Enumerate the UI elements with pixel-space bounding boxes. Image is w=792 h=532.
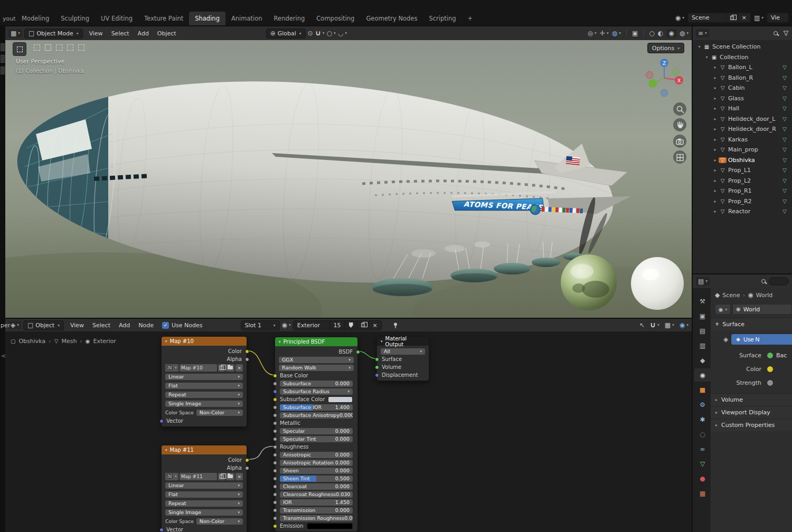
socket-value[interactable] (273, 445, 277, 449)
unlink-image-icon[interactable]: × (235, 364, 243, 372)
transform-orientation-dropdown[interactable]: ⊕Global▾ (266, 28, 306, 39)
socket-value[interactable] (245, 357, 249, 362)
slider-ior[interactable]: IOR1.450 (280, 499, 353, 506)
projection-dropdown[interactable]: Flat (162, 490, 247, 499)
dropdown-subsurface-method-dropdown[interactable]: Random Walk (279, 365, 354, 371)
snap-icon[interactable]: ▾ (650, 322, 659, 328)
mesh-data-icon[interactable]: ▽ (780, 178, 789, 184)
slider-anisotropic-rotation[interactable]: Anisotropic Rotation0.000 (280, 460, 353, 466)
select-mode-icon[interactable] (34, 44, 40, 51)
material-slot-dropdown[interactable]: Slot 1▾ (241, 320, 280, 330)
snap-target-icon[interactable]: ⊙ (308, 30, 313, 36)
outliner-item-ballon-r[interactable]: ▸▽Ballon_R▽ (693, 73, 792, 83)
socket-color[interactable] (273, 524, 277, 528)
unlink-material-icon[interactable]: × (369, 321, 381, 330)
dropdown-extension-dropdown[interactable]: Repeat (165, 500, 243, 507)
disclosure-triangle-icon[interactable]: ▸ (712, 209, 719, 214)
mesh-data-icon[interactable]: ▽ (780, 198, 789, 204)
socket-value[interactable] (273, 437, 277, 441)
disclosure-triangle-icon[interactable]: ▸ (712, 86, 719, 90)
properties-tab-world[interactable]: ◉ (694, 368, 711, 382)
panel-volume[interactable]: ▸Volume (711, 393, 792, 406)
socket-shader[interactable] (375, 365, 379, 369)
slider-clearcoat-roughness[interactable]: Clearcoat Roughness0.030 (280, 491, 353, 498)
panel-viewport-display[interactable]: ▸Viewport Display (711, 406, 792, 419)
bsdf-row-subsurface[interactable]: Subsurface0.000 (275, 379, 357, 387)
pan-hand-icon[interactable] (673, 118, 686, 131)
node-header-principled-bsdf[interactable]: ▾Principled BSDF (275, 337, 357, 346)
outliner-item-helideck-door-l[interactable]: ▸▽Helideck_door_L▽ (693, 114, 792, 125)
slider-specular[interactable]: Specular0.000 (280, 428, 353, 434)
properties-tab-constraints[interactable]: ∞ (694, 442, 711, 455)
outliner-item-cabin[interactable]: ▸▽Cabin▽ (693, 83, 792, 93)
properties-tab-view-layer[interactable]: ▥ (694, 339, 711, 352)
panel-custom-properties[interactable]: ▸Custom Properties (711, 419, 792, 431)
vector-input-row[interactable]: Vector (162, 526, 247, 532)
clipped-workspace-tab[interactable]: yout (0, 12, 18, 25)
color-swatch-emission[interactable] (307, 523, 353, 529)
extension-dropdown[interactable]: Repeat (162, 390, 247, 399)
output-bsdf[interactable]: BSDF (275, 348, 357, 356)
socket-vector[interactable] (159, 528, 164, 532)
color-swatch[interactable] (767, 366, 774, 373)
zoom-icon[interactable] (673, 102, 686, 116)
disclosure-triangle-icon[interactable]: ▸ (712, 178, 719, 183)
bsdf-row-ior[interactable]: IOR1.450 (275, 498, 357, 506)
select-difference-icon[interactable] (67, 44, 73, 51)
select-intersect-icon[interactable] (78, 44, 84, 51)
bsdf-row-subsurface-radius[interactable]: Subsurface Radius (275, 387, 357, 395)
disclosure-triangle-icon[interactable]: ▸ (712, 117, 719, 121)
mesh-data-icon[interactable]: ▽ (780, 85, 789, 91)
disclosure-triangle-icon[interactable]: ▾ (703, 55, 710, 60)
slider-clearcoat[interactable]: Clearcoat0.000 (280, 483, 353, 490)
mesh-data-icon[interactable]: ▽ (780, 188, 789, 194)
slider-transmission-roughness[interactable]: Transmission Roughness0.000 (280, 515, 353, 521)
strength-field[interactable] (767, 379, 774, 386)
mesh-data-icon[interactable]: ▽ (780, 147, 789, 153)
viewport-menu-add[interactable]: Add (134, 28, 153, 39)
properties-tab-modifiers[interactable]: ⚙ (694, 398, 711, 411)
disclosure-triangle-icon[interactable]: ▸ (712, 96, 719, 101)
scene-name-field[interactable]: Scene (688, 13, 726, 22)
ortho-toggle-icon[interactable] (673, 150, 686, 164)
editor-type-outliner-icon[interactable]: ≡▾ (696, 29, 709, 37)
bsdf-row-specular[interactable]: Specular0.000 (275, 427, 357, 435)
breadcrumb-exterior[interactable]: Exterior (93, 338, 116, 345)
dropdown-extension-dropdown[interactable]: Repeat (165, 392, 243, 398)
editor-type-3d-icon[interactable]: ▦▾ (8, 29, 22, 37)
node-image-texture-map-11[interactable]: ▾Map #11ColorAlpha▾Map #11×LinearFlatRep… (161, 445, 247, 532)
mesh-data-icon[interactable]: ▽ (780, 208, 789, 214)
color-space-dropdown[interactable]: Non-Color (196, 518, 243, 525)
subsurface-method-dropdown[interactable]: Random Walk (275, 364, 357, 372)
node-image-texture-map-10[interactable]: ▾Map #10ColorAlpha▾Map #10×LinearFlatRep… (161, 336, 247, 427)
new-material-icon[interactable] (357, 321, 369, 330)
collapse-icon[interactable]: ▾ (381, 339, 383, 344)
go-to-parent-node-icon[interactable]: ↖ (639, 322, 645, 328)
view-layer-name-field[interactable]: Vie (767, 13, 788, 22)
socket-color[interactable] (245, 349, 249, 354)
outliner-item-glass[interactable]: ▸▽Glass▽ (693, 93, 792, 104)
mode-dropdown[interactable]: □Object Mode▾ (24, 28, 82, 39)
material-name-field[interactable]: Exterior (294, 321, 329, 330)
collapse-icon[interactable]: ▾ (165, 339, 167, 344)
output-color[interactable]: Color (162, 347, 247, 355)
surface-value[interactable]: Bac (776, 352, 787, 359)
socket-value[interactable] (273, 405, 277, 410)
node-header-material-output[interactable]: ▾Material Output (377, 337, 429, 346)
image-browse-icon[interactable]: ▾ (165, 473, 178, 480)
use-nodes-checkbox[interactable]: ✓Use Nodes (160, 322, 205, 329)
view-layer-icon[interactable]: ▥▾ (754, 15, 763, 21)
output-alpha[interactable]: Alpha (162, 355, 247, 363)
dropdown-target-dropdown[interactable]: All (381, 348, 425, 355)
disclosure-triangle-icon[interactable]: ▸ (712, 106, 719, 111)
shading-rendered-icon[interactable]: ◍▾ (680, 30, 689, 36)
bsdf-row-roughness[interactable]: Roughness (275, 443, 357, 451)
socket-value[interactable] (273, 429, 277, 433)
socket-value[interactable] (273, 508, 277, 512)
select-subtract-icon[interactable] (56, 44, 62, 51)
bsdf-row-subsurface-color[interactable]: Subsurface Color (275, 395, 357, 403)
node-material-output[interactable]: ▾Material OutputAllSurfaceVolumeDisplace… (376, 336, 429, 381)
breadcrumb-obshivka[interactable]: Obshivka (18, 338, 45, 345)
bsdf-row-transmission-roughness[interactable]: Transmission Roughness0.000 (275, 514, 357, 522)
properties-tab-object-data[interactable]: ▽ (694, 457, 711, 470)
